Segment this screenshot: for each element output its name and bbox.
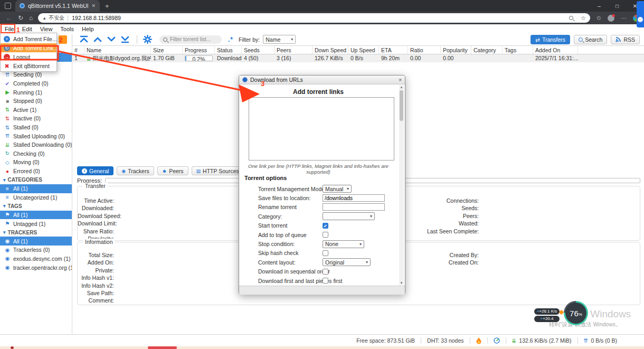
download-in-sequential-order-checkbox[interactable] — [323, 269, 328, 275]
content-layout-select[interactable]: Original▾ — [323, 258, 371, 266]
sidebar-status-errored[interactable]: ●Errored (0) — [0, 167, 72, 176]
sidebar-status-running[interactable]: ▶Running (1) — [0, 88, 72, 97]
sidebar-status-completed[interactable]: ✔Completed (0) — [0, 79, 72, 88]
torrent-links-textarea[interactable] — [249, 97, 394, 161]
sidebar-trackers-exodus-desync-com[interactable]: ◉exodus.desync.com (1) — [0, 254, 72, 263]
tab-general[interactable]: iGeneral — [77, 166, 113, 175]
sidebar-section-categories[interactable]: ▾CATEGORIES — [0, 175, 72, 184]
tab-peers[interactable]: ☻Peers — [157, 166, 188, 175]
column-header-down-speed[interactable]: Down Speed — [312, 46, 348, 54]
back-icon[interactable]: ← — [6, 14, 12, 22]
scroll-up-icon[interactable]: ▴ — [399, 85, 404, 89]
skip-hash-check-checkbox[interactable] — [323, 250, 328, 256]
file-menu-item-add-torrent-file[interactable]: +Add Torrent File... — [1, 34, 56, 43]
move-up-button[interactable] — [91, 35, 104, 44]
more-menu-icon[interactable]: ··· — [621, 15, 627, 21]
menu-item-file[interactable]: File — [3, 25, 16, 33]
column-header-category[interactable]: Category — [471, 46, 503, 54]
tab-http-sources[interactable]: ▤HTTP Sources — [192, 166, 244, 175]
file-menu-item-exit-qbittorrent[interactable]: ✖Exit qBittorrent — [1, 61, 56, 70]
sidebar-tags-all[interactable]: ⚑All (1) — [0, 211, 72, 220]
search-icon[interactable] — [569, 16, 573, 20]
tab-close-icon[interactable]: ✕ — [91, 3, 96, 8]
column-header-ratio[interactable]: Ratio — [408, 46, 441, 54]
transfer-label: Time Active: — [78, 197, 114, 204]
sidebar-status-stopped[interactable]: ■Stopped (0) — [0, 97, 72, 106]
dialog-scrollbar[interactable]: ▴ ▾ — [399, 85, 404, 285]
stop-button[interactable] — [59, 35, 67, 44]
sidebar-status-stalled[interactable]: ⇅Stalled (0) — [0, 123, 72, 132]
column-header-name[interactable]: Name — [84, 46, 151, 54]
search-button[interactable]: Search — [574, 35, 607, 44]
speed-gauge-icon[interactable] — [494, 337, 500, 344]
favorites-bar-icon[interactable]: ✩ — [596, 15, 601, 22]
sidebar-trackers-tracker-opentrackr-org[interactable]: ◉tracker.opentrackr.org (1) — [0, 263, 72, 272]
start-torrent-checkbox[interactable]: ✔ — [323, 223, 328, 229]
restore-button[interactable]: □ — [608, 3, 626, 9]
tab-trackers[interactable]: ◉Trackers — [117, 166, 154, 175]
rename-torrent-input[interactable] — [323, 203, 385, 211]
sidebar-status-checking[interactable]: ↻Checking (0) — [0, 149, 72, 158]
scroll-down-icon[interactable]: ▾ — [399, 281, 404, 285]
filter-by-select[interactable]: Name ▾ — [263, 35, 296, 44]
category-select[interactable]: ▾ — [323, 212, 375, 220]
url-field[interactable]: ▲ 不安全 192.168.8.11:58989 ☆ — [38, 13, 590, 23]
sidebar-status-stalled-downloading[interactable]: ⇊Stalled Downloading (0) — [0, 140, 72, 149]
sidebar-status-inactive[interactable]: ⇅Inactive (0) — [0, 114, 72, 123]
profile-avatar[interactable] — [608, 15, 614, 22]
sidebar-categories-all[interactable]: ≡All (1) — [0, 184, 72, 193]
menu-item-help[interactable]: Help — [80, 25, 96, 33]
sidebar-status-moving[interactable]: ◇Moving (0) — [0, 158, 72, 167]
favorite-star-icon[interactable]: ☆ — [581, 15, 586, 22]
filter-torrent-input[interactable]: Filter torrent list... — [159, 35, 222, 44]
sidebar-trackers-all[interactable]: ◉All (1) — [0, 237, 72, 246]
column-header-added-on[interactable]: Added On — [533, 46, 578, 54]
move-bottom-button[interactable] — [119, 35, 131, 44]
move-down-button[interactable] — [105, 35, 118, 44]
move-top-button[interactable] — [78, 35, 90, 44]
rss-button[interactable]: RSS — [611, 35, 640, 44]
tab-actions-icon[interactable] — [5, 3, 11, 9]
file-menu-item-add-torrent-link[interactable]: ↻Add Torrent Link... — [1, 43, 56, 52]
save-files-to-location-input[interactable] — [323, 194, 385, 202]
column-header-eta[interactable]: ETA — [379, 46, 408, 54]
new-tab-button[interactable]: + — [105, 2, 109, 10]
stop-condition-select[interactable]: None▾ — [323, 240, 364, 248]
flame-icon[interactable] — [476, 337, 481, 344]
regex-toggle-icon[interactable]: .* — [228, 36, 233, 43]
column-header-peers[interactable]: Peers — [274, 46, 312, 54]
add-to-top-of-queue-checkbox[interactable] — [323, 232, 328, 238]
dialog-close-icon[interactable]: × — [399, 77, 402, 83]
sidebar-status-active[interactable]: ⇅Active (1) — [0, 106, 72, 115]
menu-item-edit[interactable]: Edit — [21, 25, 34, 33]
column-header-progress[interactable]: Progress — [183, 46, 215, 54]
column-header-up-speed[interactable]: Up Speed — [348, 46, 379, 54]
menu-item-tools[interactable]: Tools — [59, 25, 75, 33]
column-header-popularity[interactable]: Popularity — [441, 46, 471, 54]
sidebar-section-tags[interactable]: ▾TAGS — [0, 202, 72, 211]
column-header-seeds[interactable]: Seeds — [242, 46, 274, 54]
transfers-button[interactable]: ⇄Transfers — [531, 35, 570, 44]
sidebar-section-trackers[interactable]: ▾TRACKERS — [0, 228, 72, 237]
table-header-row[interactable]: #NameSizeProgressStatusSeedsPeersDown Sp… — [72, 45, 644, 54]
sidebar-tags-untagged[interactable]: ⚑Untagged (1) — [0, 219, 72, 228]
torrent-management-mode-select[interactable]: Manual▾ — [323, 185, 352, 193]
dialog-titlebar[interactable]: Download from URLs × — [239, 76, 405, 84]
menu-item-view[interactable]: View — [39, 25, 54, 33]
download-first-and-last-pieces-first-checkbox[interactable] — [323, 278, 328, 284]
browser-tab[interactable]: qBittorrent v5.1.1 WebUI ✕ — [15, 0, 100, 12]
column-header-status[interactable]: Status — [215, 46, 242, 54]
pinned-panel[interactable] — [637, 1, 644, 27]
sidebar-status-stalled-uploading[interactable]: ⇈Stalled Uploading (0) — [0, 131, 72, 140]
home-icon[interactable]: ⌂ — [29, 14, 33, 22]
sidebar-trackers-trackerless[interactable]: ◉Trackerless (0) — [0, 246, 72, 254]
minimize-button[interactable]: – — [590, 3, 608, 9]
table-row[interactable]: 1⇊阳光电影dygod.org.我的世界...1.70 GiB0.2%Downl… — [72, 54, 644, 62]
column-header-tags[interactable]: Tags — [503, 46, 533, 54]
settings-gear-icon[interactable] — [143, 35, 152, 44]
refresh-icon[interactable]: ↻ — [18, 14, 23, 22]
sidebar-categories-uncategorized[interactable]: ≡Uncategorized (1) — [0, 193, 72, 202]
column-header-num[interactable]: # — [72, 46, 84, 54]
file-menu-item-logout[interactable]: →Logout — [1, 52, 56, 61]
column-header-size[interactable]: Size — [151, 46, 183, 54]
